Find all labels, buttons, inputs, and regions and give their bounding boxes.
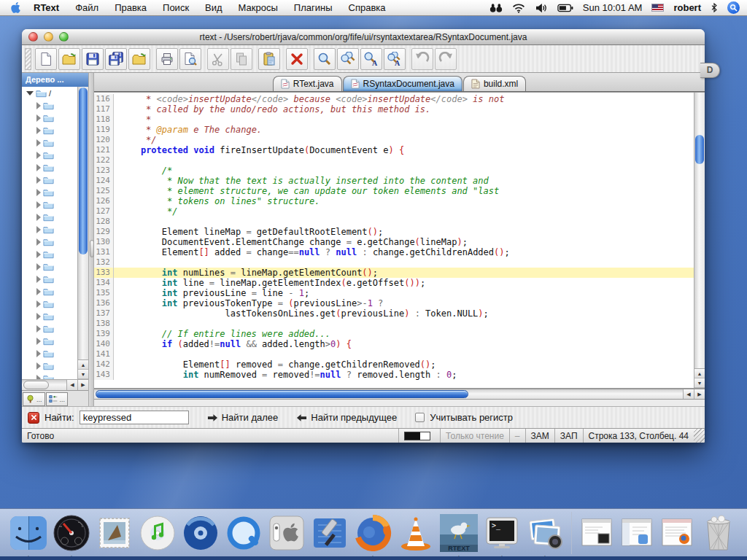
collapse-arrow-icon[interactable] xyxy=(36,102,41,109)
dock-terminal[interactable]: >_▲ xyxy=(482,513,522,553)
copy-button[interactable] xyxy=(231,48,252,70)
collapse-arrow-icon[interactable] xyxy=(36,176,41,184)
scroll-down-arrow[interactable]: ▼ xyxy=(694,378,705,388)
dock-firefox[interactable]: ▲ xyxy=(353,513,392,553)
menu-item-0[interactable]: Файл xyxy=(67,0,107,15)
print-button[interactable] xyxy=(156,48,178,70)
window-resize-grip[interactable] xyxy=(694,429,705,443)
menu-item-3[interactable]: Вид xyxy=(197,0,231,15)
binoculars-icon[interactable] xyxy=(489,3,503,13)
scroll-up-arrow[interactable]: ▲ xyxy=(78,360,88,370)
match-case-checkbox[interactable] xyxy=(415,413,425,422)
spotlight-icon[interactable] xyxy=(727,1,740,14)
scroll-right-arrow[interactable]: ▶ xyxy=(77,380,88,390)
tree-horizontal-scrollbar[interactable]: ◀ ▶ xyxy=(22,379,88,390)
tree-vertical-scrollbar[interactable]: ▲▼ xyxy=(77,87,88,379)
editor-vertical-scrollbar[interactable]: ▲▼ xyxy=(694,93,705,388)
window-title-bar[interactable]: rtext - /Users/robert/rjava/common/org/f… xyxy=(22,29,705,45)
menu-item-6[interactable]: Справка xyxy=(341,0,394,15)
dock-idvd[interactable] xyxy=(181,513,220,553)
collapse-arrow-icon[interactable] xyxy=(36,276,41,283)
find-input[interactable] xyxy=(80,411,189,424)
dock-trash[interactable] xyxy=(699,513,738,553)
expand-arrow-icon[interactable] xyxy=(26,91,34,96)
replace-next-button[interactable]: A xyxy=(384,48,406,70)
sidebar-tab-0[interactable]: ... xyxy=(23,392,45,406)
wifi-icon[interactable] xyxy=(512,3,525,13)
menu-item-1[interactable]: Правка xyxy=(107,0,155,15)
dock-vlc[interactable] xyxy=(396,513,436,553)
tree-scroll-thumb[interactable] xyxy=(79,88,88,254)
tab-build-xml[interactable]: build.xml xyxy=(463,76,526,91)
collapse-arrow-icon[interactable] xyxy=(36,313,41,320)
menu-item-5[interactable]: Плагины xyxy=(286,0,341,15)
new-file-button[interactable] xyxy=(35,48,57,70)
apple-menu-icon[interactable] xyxy=(10,2,25,14)
dock-iphoto[interactable]: ▲ xyxy=(525,513,565,553)
collapse-arrow-icon[interactable] xyxy=(36,139,41,147)
dock-quicktime[interactable] xyxy=(224,513,263,553)
collapse-arrow-icon[interactable] xyxy=(36,226,41,233)
collapse-arrow-icon[interactable] xyxy=(36,263,41,271)
volume-icon[interactable] xyxy=(535,3,548,13)
collapse-arrow-icon[interactable] xyxy=(36,375,41,380)
panel-splitter[interactable] xyxy=(89,73,94,406)
collapse-arrow-icon[interactable] xyxy=(36,288,41,295)
menu-app-name[interactable]: RText xyxy=(34,0,67,15)
menu-user[interactable]: robert xyxy=(673,2,701,13)
tab-rsyntaxdocument-java[interactable]: RSyntaxDocument.java xyxy=(343,76,462,91)
find-button[interactable] xyxy=(314,48,336,70)
collapse-arrow-icon[interactable] xyxy=(36,338,41,345)
find-next-button[interactable] xyxy=(337,48,359,70)
delete-button[interactable] xyxy=(286,48,308,70)
close-find-button[interactable] xyxy=(28,412,39,424)
dock-system-preferences[interactable] xyxy=(267,513,306,553)
cut-button[interactable] xyxy=(207,48,229,70)
print-preview-button[interactable] xyxy=(179,48,201,70)
code-view[interactable]: 116 * <code>insertUpdate</code> because … xyxy=(94,93,694,388)
editor-horizontal-scrollbar[interactable]: ◀ ▶ xyxy=(94,389,705,400)
menu-clock[interactable]: Sun 10:01 AM xyxy=(583,2,643,13)
collapse-arrow-icon[interactable] xyxy=(36,189,41,196)
scroll-down-arrow[interactable]: ▼ xyxy=(78,370,88,379)
find-next-button[interactable]: Найти далее xyxy=(207,412,279,423)
scroll-left-arrow[interactable]: ◀ xyxy=(683,389,694,399)
undo-button[interactable] xyxy=(411,48,433,70)
scroll-up-arrow[interactable]: ▲ xyxy=(694,369,705,378)
sidebar-tab-1[interactable]: ... xyxy=(46,392,69,406)
battery-icon[interactable] xyxy=(557,4,573,12)
collapse-arrow-icon[interactable] xyxy=(36,152,41,159)
editor-hscroll-thumb[interactable] xyxy=(96,390,468,398)
tab-rtext-java[interactable]: RText.java xyxy=(273,76,342,91)
editor-vscroll-thumb[interactable] xyxy=(695,135,704,164)
dock-itunes[interactable] xyxy=(138,513,177,553)
dock-window-finder[interactable] xyxy=(619,515,655,551)
collapse-arrow-icon[interactable] xyxy=(36,214,41,221)
scroll-left-arrow[interactable]: ◀ xyxy=(66,380,77,390)
redo-button[interactable] xyxy=(435,48,457,70)
save-file-button[interactable] xyxy=(82,48,104,70)
dock-finder[interactable]: ▲ xyxy=(9,513,48,553)
collapse-arrow-icon[interactable] xyxy=(36,201,41,209)
dock-xcode[interactable] xyxy=(310,513,349,553)
collapse-arrow-icon[interactable] xyxy=(36,300,41,308)
find-previous-button[interactable]: Найти предыдущее xyxy=(296,412,397,423)
collapse-arrow-icon[interactable] xyxy=(36,350,41,357)
scroll-right-arrow[interactable]: ▶ xyxy=(694,389,705,399)
save-all-button[interactable] xyxy=(105,48,127,70)
dock-window-firefox[interactable] xyxy=(659,515,695,551)
menu-item-4[interactable]: Макросы xyxy=(231,0,286,15)
tree-panel-header[interactable]: Дерево ... xyxy=(22,73,88,87)
bluetooth-icon[interactable] xyxy=(711,2,718,13)
us-flag-icon[interactable] xyxy=(651,4,664,12)
collapse-arrow-icon[interactable] xyxy=(36,238,41,246)
tree-hscroll-thumb[interactable] xyxy=(23,381,49,389)
paste-button[interactable] xyxy=(258,48,280,70)
open-in-new-window-button[interactable] xyxy=(128,48,150,70)
collapse-arrow-icon[interactable] xyxy=(36,114,41,122)
docked-panel-tab[interactable]: D xyxy=(700,63,720,78)
dock-mail[interactable] xyxy=(95,513,134,553)
collapse-arrow-icon[interactable] xyxy=(36,164,41,171)
open-file-button[interactable] xyxy=(58,48,80,70)
collapse-arrow-icon[interactable] xyxy=(36,362,41,370)
